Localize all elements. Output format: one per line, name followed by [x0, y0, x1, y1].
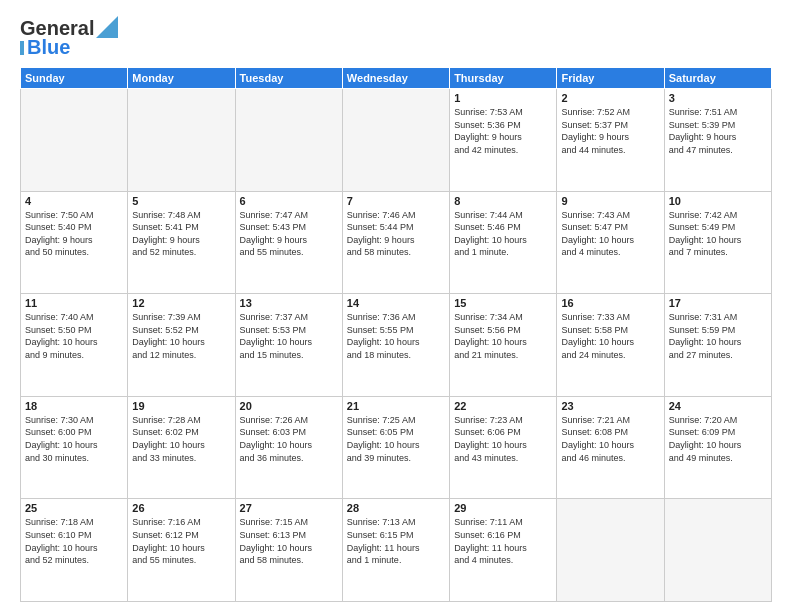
day-info: Sunrise: 7:31 AM Sunset: 5:59 PM Dayligh… [669, 311, 767, 361]
day-info: Sunrise: 7:25 AM Sunset: 6:05 PM Dayligh… [347, 414, 445, 464]
day-number: 7 [347, 195, 445, 207]
day-info: Sunrise: 7:51 AM Sunset: 5:39 PM Dayligh… [669, 106, 767, 156]
day-number: 13 [240, 297, 338, 309]
day-info: Sunrise: 7:26 AM Sunset: 6:03 PM Dayligh… [240, 414, 338, 464]
table-cell [664, 499, 771, 602]
day-info: Sunrise: 7:39 AM Sunset: 5:52 PM Dayligh… [132, 311, 230, 361]
day-number: 26 [132, 502, 230, 514]
day-info: Sunrise: 7:21 AM Sunset: 6:08 PM Dayligh… [561, 414, 659, 464]
table-cell: 14Sunrise: 7:36 AM Sunset: 5:55 PM Dayli… [342, 294, 449, 397]
logo: General Blue [20, 16, 118, 59]
day-number: 3 [669, 92, 767, 104]
calendar-row: 11Sunrise: 7:40 AM Sunset: 5:50 PM Dayli… [21, 294, 772, 397]
table-cell [557, 499, 664, 602]
table-cell [342, 89, 449, 192]
table-cell: 23Sunrise: 7:21 AM Sunset: 6:08 PM Dayli… [557, 396, 664, 499]
day-info: Sunrise: 7:16 AM Sunset: 6:12 PM Dayligh… [132, 516, 230, 566]
day-info: Sunrise: 7:40 AM Sunset: 5:50 PM Dayligh… [25, 311, 123, 361]
header-row: Sunday Monday Tuesday Wednesday Thursday… [21, 68, 772, 89]
day-number: 21 [347, 400, 445, 412]
day-number: 6 [240, 195, 338, 207]
logo-blue: Blue [27, 36, 70, 59]
table-cell: 7Sunrise: 7:46 AM Sunset: 5:44 PM Daylig… [342, 191, 449, 294]
table-cell [21, 89, 128, 192]
day-number: 16 [561, 297, 659, 309]
day-number: 5 [132, 195, 230, 207]
day-info: Sunrise: 7:48 AM Sunset: 5:41 PM Dayligh… [132, 209, 230, 259]
header: General Blue [20, 16, 772, 59]
calendar-row: 4Sunrise: 7:50 AM Sunset: 5:40 PM Daylig… [21, 191, 772, 294]
table-cell: 10Sunrise: 7:42 AM Sunset: 5:49 PM Dayli… [664, 191, 771, 294]
calendar-row: 18Sunrise: 7:30 AM Sunset: 6:00 PM Dayli… [21, 396, 772, 499]
table-cell: 8Sunrise: 7:44 AM Sunset: 5:46 PM Daylig… [450, 191, 557, 294]
day-number: 2 [561, 92, 659, 104]
day-number: 17 [669, 297, 767, 309]
day-number: 9 [561, 195, 659, 207]
day-number: 1 [454, 92, 552, 104]
day-info: Sunrise: 7:46 AM Sunset: 5:44 PM Dayligh… [347, 209, 445, 259]
col-friday: Friday [557, 68, 664, 89]
table-cell: 18Sunrise: 7:30 AM Sunset: 6:00 PM Dayli… [21, 396, 128, 499]
col-wednesday: Wednesday [342, 68, 449, 89]
day-info: Sunrise: 7:13 AM Sunset: 6:15 PM Dayligh… [347, 516, 445, 566]
logo-icon [96, 16, 118, 38]
table-cell: 12Sunrise: 7:39 AM Sunset: 5:52 PM Dayli… [128, 294, 235, 397]
day-info: Sunrise: 7:20 AM Sunset: 6:09 PM Dayligh… [669, 414, 767, 464]
day-number: 23 [561, 400, 659, 412]
day-number: 11 [25, 297, 123, 309]
svg-marker-0 [96, 16, 118, 38]
day-info: Sunrise: 7:36 AM Sunset: 5:55 PM Dayligh… [347, 311, 445, 361]
table-cell: 22Sunrise: 7:23 AM Sunset: 6:06 PM Dayli… [450, 396, 557, 499]
day-number: 19 [132, 400, 230, 412]
day-number: 28 [347, 502, 445, 514]
day-info: Sunrise: 7:37 AM Sunset: 5:53 PM Dayligh… [240, 311, 338, 361]
table-cell: 1Sunrise: 7:53 AM Sunset: 5:36 PM Daylig… [450, 89, 557, 192]
day-number: 8 [454, 195, 552, 207]
table-cell: 21Sunrise: 7:25 AM Sunset: 6:05 PM Dayli… [342, 396, 449, 499]
day-info: Sunrise: 7:53 AM Sunset: 5:36 PM Dayligh… [454, 106, 552, 156]
table-cell: 24Sunrise: 7:20 AM Sunset: 6:09 PM Dayli… [664, 396, 771, 499]
table-cell: 20Sunrise: 7:26 AM Sunset: 6:03 PM Dayli… [235, 396, 342, 499]
table-cell: 28Sunrise: 7:13 AM Sunset: 6:15 PM Dayli… [342, 499, 449, 602]
day-info: Sunrise: 7:50 AM Sunset: 5:40 PM Dayligh… [25, 209, 123, 259]
col-monday: Monday [128, 68, 235, 89]
day-info: Sunrise: 7:43 AM Sunset: 5:47 PM Dayligh… [561, 209, 659, 259]
day-number: 18 [25, 400, 123, 412]
col-thursday: Thursday [450, 68, 557, 89]
day-number: 4 [25, 195, 123, 207]
day-number: 12 [132, 297, 230, 309]
table-cell [128, 89, 235, 192]
table-cell: 29Sunrise: 7:11 AM Sunset: 6:16 PM Dayli… [450, 499, 557, 602]
day-number: 14 [347, 297, 445, 309]
table-cell: 13Sunrise: 7:37 AM Sunset: 5:53 PM Dayli… [235, 294, 342, 397]
day-number: 15 [454, 297, 552, 309]
day-info: Sunrise: 7:47 AM Sunset: 5:43 PM Dayligh… [240, 209, 338, 259]
calendar-row: 1Sunrise: 7:53 AM Sunset: 5:36 PM Daylig… [21, 89, 772, 192]
day-info: Sunrise: 7:28 AM Sunset: 6:02 PM Dayligh… [132, 414, 230, 464]
table-cell: 19Sunrise: 7:28 AM Sunset: 6:02 PM Dayli… [128, 396, 235, 499]
day-number: 29 [454, 502, 552, 514]
table-cell: 17Sunrise: 7:31 AM Sunset: 5:59 PM Dayli… [664, 294, 771, 397]
calendar-row: 25Sunrise: 7:18 AM Sunset: 6:10 PM Dayli… [21, 499, 772, 602]
page: General Blue Sunday Monday Tuesday Wedne… [0, 0, 792, 612]
table-cell: 6Sunrise: 7:47 AM Sunset: 5:43 PM Daylig… [235, 191, 342, 294]
table-cell: 11Sunrise: 7:40 AM Sunset: 5:50 PM Dayli… [21, 294, 128, 397]
table-cell: 3Sunrise: 7:51 AM Sunset: 5:39 PM Daylig… [664, 89, 771, 192]
day-info: Sunrise: 7:11 AM Sunset: 6:16 PM Dayligh… [454, 516, 552, 566]
table-cell: 15Sunrise: 7:34 AM Sunset: 5:56 PM Dayli… [450, 294, 557, 397]
col-sunday: Sunday [21, 68, 128, 89]
table-cell: 27Sunrise: 7:15 AM Sunset: 6:13 PM Dayli… [235, 499, 342, 602]
day-number: 20 [240, 400, 338, 412]
day-number: 24 [669, 400, 767, 412]
day-info: Sunrise: 7:42 AM Sunset: 5:49 PM Dayligh… [669, 209, 767, 259]
col-tuesday: Tuesday [235, 68, 342, 89]
day-number: 10 [669, 195, 767, 207]
day-info: Sunrise: 7:33 AM Sunset: 5:58 PM Dayligh… [561, 311, 659, 361]
day-info: Sunrise: 7:34 AM Sunset: 5:56 PM Dayligh… [454, 311, 552, 361]
table-cell: 26Sunrise: 7:16 AM Sunset: 6:12 PM Dayli… [128, 499, 235, 602]
table-cell: 4Sunrise: 7:50 AM Sunset: 5:40 PM Daylig… [21, 191, 128, 294]
day-number: 25 [25, 502, 123, 514]
table-cell [235, 89, 342, 192]
calendar-table: Sunday Monday Tuesday Wednesday Thursday… [20, 67, 772, 602]
day-info: Sunrise: 7:15 AM Sunset: 6:13 PM Dayligh… [240, 516, 338, 566]
